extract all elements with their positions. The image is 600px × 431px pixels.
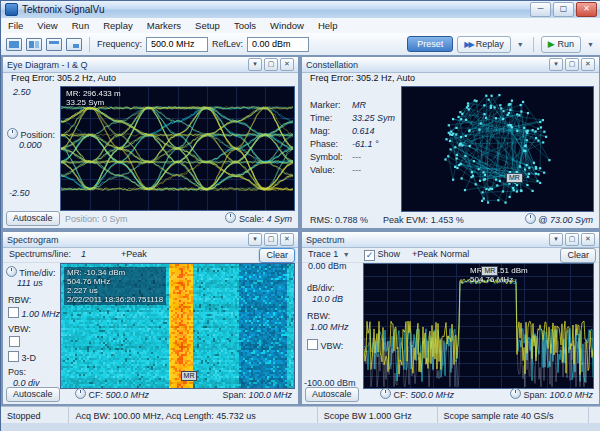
panel-spectrogram: Spectrogram ▾ ▢ ✕ Spectrums/line: 1 +Pea… xyxy=(2,231,299,405)
spectrum-panel-menu-button[interactable]: ▾ xyxy=(549,233,563,246)
spectrum-trace-dropdown-arrow[interactable]: ▼ xyxy=(341,251,352,258)
menu-setup[interactable]: Setup xyxy=(188,20,227,31)
constellation-marker-mr[interactable]: MR xyxy=(506,173,523,183)
display-layout-icon-4[interactable] xyxy=(66,38,82,51)
status-acq: Acq BW: 100.00 MHz, Acq Length: 45.732 u… xyxy=(69,407,317,424)
spectrogram-rbw-label: RBW: xyxy=(8,295,31,305)
spectrum-span-knob-icon[interactable] xyxy=(510,388,521,399)
spectrum-cf-value[interactable]: 500.0 MHz xyxy=(411,390,455,400)
spectrogram-span-value[interactable]: 100.0 MHz xyxy=(248,390,292,400)
menu-file[interactable]: File xyxy=(1,20,30,31)
replay-dropdown-arrow[interactable]: ▼ xyxy=(515,41,526,48)
constellation-panel-maximize-button[interactable]: ▢ xyxy=(565,58,579,71)
toolbar-separator-2 xyxy=(533,37,534,52)
display-layout-icon-1[interactable] xyxy=(6,38,22,51)
spectrum-cf-label: CF: xyxy=(394,390,409,400)
spectrum-vbw-checkbox[interactable] xyxy=(307,339,318,350)
spectrogram-cf-value[interactable]: 500.0 MHz xyxy=(106,390,150,400)
status-state: Stopped xyxy=(1,407,69,424)
constellation-freq-error: Freq Error: 305.2 Hz, Auto xyxy=(310,73,415,83)
spectrum-panel-title: Spectrum xyxy=(306,235,549,245)
constellation-at-sym[interactable]: @ 73.00 Sym xyxy=(538,215,593,225)
eye-plot[interactable]: MR: 296.433 m 33.25 Sym xyxy=(60,86,295,211)
close-button[interactable]: ✕ xyxy=(576,2,597,17)
spectrum-rbw-value[interactable]: 1.00 MHz xyxy=(310,322,349,332)
constellation-panel-menu-button[interactable]: ▾ xyxy=(549,58,563,71)
spectrum-panel-maximize-button[interactable]: ▢ xyxy=(565,233,579,246)
spectrogram-timediv-value[interactable]: 111 us xyxy=(17,278,43,288)
constellation-rms-value: 0.788 % xyxy=(335,215,368,225)
eye-position-knob-icon[interactable] xyxy=(7,128,18,139)
spectrogram-cf-knob-icon[interactable] xyxy=(75,388,86,399)
spectrum-show-checkbox[interactable]: ✓ xyxy=(364,250,375,261)
menu-window[interactable]: Window xyxy=(263,20,311,31)
spectrum-span-value[interactable]: 100.0 MHz xyxy=(549,390,593,400)
display-layout-icon-2[interactable] xyxy=(26,38,42,51)
menu-tools[interactable]: Tools xyxy=(227,20,263,31)
eye-panel-titlebar[interactable]: Eye Diagram - I & Q ▾ ▢ ✕ xyxy=(3,57,298,73)
spectrogram-marker-readout-line2: 504.76 MHz xyxy=(67,277,163,286)
spectrum-marker-mr[interactable]: MR xyxy=(481,266,498,276)
frequency-input[interactable]: 500.0 MHz xyxy=(146,37,208,52)
spectrogram-rbw-value[interactable]: 1.00 MHz xyxy=(22,309,61,319)
spectrogram-vbw-checkbox[interactable] xyxy=(9,336,20,347)
run-button[interactable]: ▶ Run xyxy=(541,36,581,53)
menu-help[interactable]: Help xyxy=(311,20,345,31)
replay-button[interactable]: ▶▶ Replay xyxy=(457,36,510,53)
spectrogram-autoscale-button[interactable]: Autoscale xyxy=(6,387,60,402)
constellation-canvas xyxy=(402,87,593,211)
spectrum-clear-button[interactable]: Clear xyxy=(560,248,596,263)
spectrogram-panel-titlebar[interactable]: Spectrogram ▾ ▢ ✕ xyxy=(3,232,298,248)
spectrogram-spectrums-value[interactable]: 1 xyxy=(81,249,86,259)
constellation-panel-titlebar[interactable]: Constellation ▾ ▢ ✕ xyxy=(302,57,599,73)
window-title: Tektronix SignalVu xyxy=(22,4,530,15)
spectrum-cf-knob-icon[interactable] xyxy=(380,388,391,399)
constellation-plot[interactable]: MR xyxy=(401,86,594,212)
spectrogram-panel-close-button[interactable]: ✕ xyxy=(280,233,294,246)
spectrogram-3d-checkbox[interactable] xyxy=(8,351,19,362)
spectrogram-panel-maximize-button[interactable]: ▢ xyxy=(264,233,278,246)
constellation-sym-knob-icon[interactable] xyxy=(525,213,536,224)
menu-view[interactable]: View xyxy=(30,20,64,31)
spectrum-trace-select[interactable]: Trace 1 ▼ xyxy=(308,249,352,259)
eye-scale-value[interactable]: 4 Sym xyxy=(266,214,292,224)
spectrogram-timediv-knob-icon[interactable] xyxy=(6,266,17,277)
spectrogram-rbw-checkbox[interactable] xyxy=(8,307,19,318)
eye-autoscale-button[interactable]: Autoscale xyxy=(6,211,60,226)
eye-panel-maximize-button[interactable]: ▢ xyxy=(264,58,278,71)
readout-value: MR xyxy=(352,100,366,110)
statusbar: Stopped Acq BW: 100.00 MHz, Acq Length: … xyxy=(1,406,600,424)
titlebar[interactable]: Tektronix SignalVu ─ ▢ ✕ xyxy=(1,1,600,19)
menu-replay[interactable]: Replay xyxy=(96,20,140,31)
spectrogram-panel-title: Spectrogram xyxy=(7,235,248,245)
run-dropdown-arrow[interactable]: ▼ xyxy=(585,41,596,48)
spectrum-autoscale-button[interactable]: Autoscale xyxy=(305,387,359,402)
reflev-input[interactable]: 0.00 dBm xyxy=(247,37,309,52)
spectrum-panel-titlebar[interactable]: Spectrum ▾ ▢ ✕ xyxy=(302,232,599,248)
menu-markers[interactable]: Markers xyxy=(140,20,188,31)
minimize-button[interactable]: ─ xyxy=(530,2,551,17)
eye-panel-menu-button[interactable]: ▾ xyxy=(248,58,262,71)
spectrum-trace-label: Trace 1 xyxy=(308,249,338,259)
constellation-panel-close-button[interactable]: ✕ xyxy=(581,58,595,71)
spectrum-ref-top: 0.00 dBm xyxy=(308,261,347,271)
menu-run[interactable]: Run xyxy=(65,20,96,31)
spectrogram-marker-mr[interactable]: MR xyxy=(181,371,198,381)
spectrum-detector[interactable]: +Peak Normal xyxy=(412,249,469,259)
spectrogram-clear-button[interactable]: Clear xyxy=(259,248,295,263)
eye-position-value[interactable]: 0.000 xyxy=(19,140,55,150)
constellation-readout-row: Value:--- xyxy=(310,165,395,178)
eye-panel-close-button[interactable]: ✕ xyxy=(280,58,294,71)
maximize-button[interactable]: ▢ xyxy=(553,2,574,17)
display-layout-icon-3[interactable] xyxy=(46,38,62,51)
spectrogram-marker-readout-line1: MR: -10.34 dBm xyxy=(67,268,163,277)
eye-scale-knob-icon[interactable] xyxy=(225,212,236,223)
spectrogram-detector[interactable]: +Peak xyxy=(121,249,147,259)
spectrum-plot[interactable]: MR: -11.51 dBm 504.76 MHz MR xyxy=(363,263,594,389)
preset-button[interactable]: Preset xyxy=(407,36,453,52)
spectrogram-plot[interactable]: MR: -10.34 dBm 504.76 MHz 2.227 us 2/22/… xyxy=(60,263,295,389)
spectrum-dbdiv-value[interactable]: 10.0 dB xyxy=(312,294,343,304)
spectrum-rbw-label: RBW: xyxy=(307,311,330,321)
spectrogram-panel-menu-button[interactable]: ▾ xyxy=(248,233,262,246)
spectrum-panel-close-button[interactable]: ✕ xyxy=(581,233,595,246)
